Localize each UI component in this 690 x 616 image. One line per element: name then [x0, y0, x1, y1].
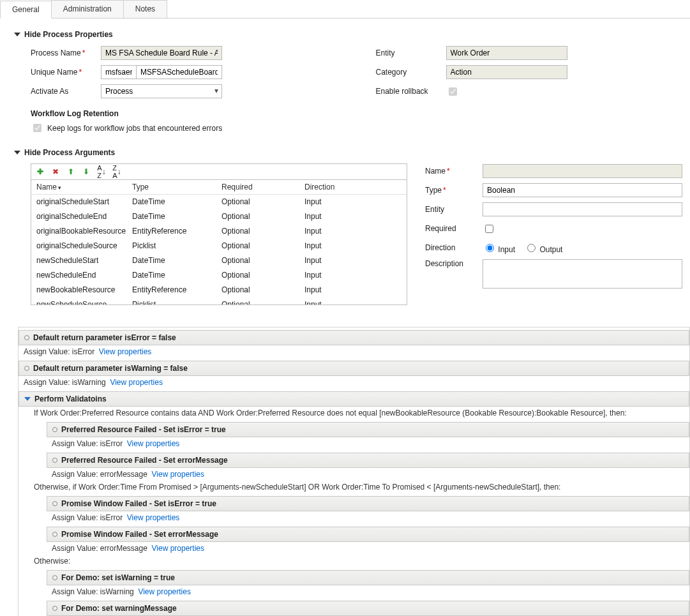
view-properties-link[interactable]: View properties	[110, 378, 163, 387]
cell-name: newScheduleEnd	[36, 271, 132, 280]
cell-name: originalScheduleStart	[36, 197, 132, 206]
step-title: Perform Validatoins	[34, 394, 107, 403]
cell-required: Optional	[221, 256, 304, 265]
cell-name: originalScheduleSource	[36, 241, 132, 250]
table-row[interactable]: originalBookableResourceEntityReferenceO…	[31, 224, 407, 239]
arg-entity-field[interactable]	[483, 202, 682, 216]
arg-direction-output-radio[interactable]	[527, 244, 536, 252]
view-properties-link[interactable]: View properties	[152, 544, 205, 553]
steps-designer: Default return parameter isError = false…	[18, 327, 690, 616]
tab-administration[interactable]: Administration	[51, 0, 124, 18]
cell-direction: Input	[304, 197, 381, 206]
table-row[interactable]: originalScheduleEndDateTimeOptionalInput	[31, 209, 407, 224]
bullet-icon	[52, 532, 57, 537]
process-name-field[interactable]	[101, 46, 222, 60]
arg-entity-label: Entity	[425, 205, 483, 214]
tabs: General Administration Notes	[0, 0, 690, 19]
cell-type: Picklist	[132, 241, 221, 250]
keep-logs-label: Keep logs for workflow jobs that encount…	[47, 124, 222, 133]
chevron-down-icon	[14, 151, 20, 154]
col-required[interactable]: Required	[221, 183, 304, 192]
table-row[interactable]: newBookableResourceEntityReferenceOption…	[31, 283, 407, 297]
cell-type: EntityReference	[132, 285, 221, 294]
condition-text: Otherwise:	[19, 555, 689, 567]
arg-description-field[interactable]	[483, 259, 682, 289]
step-assign-line: Assign Value: isError View properties	[47, 437, 689, 450]
cell-required: Optional	[221, 241, 304, 250]
step-header[interactable]: Default return parameter isWarning = fal…	[19, 361, 689, 376]
chevron-down-icon	[24, 397, 31, 401]
bullet-icon	[24, 366, 29, 371]
arguments-grid: ✚ ✖ ⬆ ⬇ AZ↓ ZA↓ Name▾ Type Required Dire…	[31, 163, 407, 305]
step-title: Promise Window Failed - Set errorMessage	[61, 530, 218, 539]
activate-as-select[interactable]: Process	[101, 84, 222, 98]
workflow-log-retention-header: Workflow Log Retention	[31, 109, 682, 118]
col-name[interactable]: Name▾	[36, 183, 132, 192]
section-process-arguments[interactable]: Hide Process Arguments	[14, 148, 682, 157]
step-header[interactable]: Perform Validatoins	[19, 391, 689, 407]
cell-direction: Input	[304, 227, 381, 236]
unique-name-field[interactable]	[136, 65, 222, 79]
entity-field	[446, 46, 567, 60]
view-properties-link[interactable]: View properties	[138, 587, 191, 596]
move-down-icon[interactable]: ⬇	[81, 167, 91, 177]
cell-type: DateTime	[132, 197, 221, 206]
step-header[interactable]: Promise Window Failed - Set errorMessage	[47, 527, 689, 542]
cell-type: DateTime	[132, 212, 221, 221]
enable-rollback-checkbox	[449, 87, 457, 96]
cell-direction: Input	[304, 271, 381, 280]
cell-type: DateTime	[132, 256, 221, 265]
bullet-icon	[52, 458, 57, 463]
table-row[interactable]: newScheduleSourcePicklistOptionalInput	[31, 297, 407, 304]
step-assign-line: Assign Value: errorMessage View properti…	[47, 468, 689, 481]
step-title: For Demo: set isWarning = true	[61, 573, 175, 582]
arg-type-label: Type*	[425, 186, 483, 195]
step-header[interactable]: Promise Window Failed - Set isError = tr…	[47, 496, 689, 511]
arg-description-label: Description	[425, 259, 483, 268]
step-assign-line: Assign Value: isError View properties	[19, 345, 689, 358]
step-header[interactable]: Preferred Resource Failed - Set isError …	[47, 422, 689, 437]
table-row[interactable]: originalScheduleStartDateTimeOptionalInp…	[31, 195, 407, 209]
arg-direction-label: Direction	[425, 243, 483, 252]
step-title: Preferred Resource Failed - Set errorMes…	[61, 456, 228, 465]
step-header[interactable]: Default return parameter isError = false	[19, 330, 689, 345]
arg-type-field[interactable]	[483, 183, 682, 197]
section-process-properties[interactable]: Hide Process Properties	[14, 30, 682, 39]
view-properties-link[interactable]: View properties	[127, 513, 180, 522]
category-field	[446, 65, 567, 79]
step-header[interactable]: For Demo: set isWarning = true	[47, 570, 689, 585]
tab-notes[interactable]: Notes	[123, 0, 167, 18]
tab-general[interactable]: General	[0, 1, 52, 19]
step-header[interactable]: Preferred Resource Failed - Set errorMes…	[47, 453, 689, 468]
table-row[interactable]: newScheduleEndDateTimeOptionalInput	[31, 268, 407, 283]
bullet-icon	[52, 606, 57, 611]
section-title: Hide Process Properties	[24, 30, 113, 39]
table-row[interactable]: newScheduleStartDateTimeOptionalInput	[31, 253, 407, 268]
add-icon[interactable]: ✚	[35, 167, 45, 177]
arg-direction-input-radio[interactable]	[486, 244, 494, 252]
move-up-icon[interactable]: ⬆	[66, 167, 76, 177]
cell-name: newScheduleSource	[36, 300, 132, 304]
cell-required: Optional	[221, 271, 304, 280]
view-properties-link[interactable]: View properties	[127, 439, 180, 448]
col-type[interactable]: Type	[132, 183, 221, 192]
keep-logs-checkbox	[33, 124, 41, 132]
arg-direction-input-label: Input	[498, 245, 515, 254]
col-direction[interactable]: Direction	[304, 183, 381, 192]
unique-name-prefix[interactable]	[101, 65, 136, 79]
step-title: Default return parameter isError = false	[33, 333, 176, 342]
cell-required: Optional	[221, 285, 304, 294]
step-assign-line: Assign Value: errorMessage View properti…	[47, 542, 689, 555]
view-properties-link[interactable]: View properties	[152, 470, 205, 479]
sort-desc-icon[interactable]: ZA↓	[112, 167, 122, 177]
step-assign-line: Assign Value: isWarning View properties	[19, 376, 689, 389]
delete-icon[interactable]: ✖	[50, 167, 61, 177]
arg-name-field[interactable]	[483, 164, 682, 178]
table-row[interactable]: originalScheduleSourcePicklistOptionalIn…	[31, 239, 407, 253]
view-properties-link[interactable]: View properties	[99, 347, 152, 356]
category-label: Category	[376, 68, 446, 77]
arg-required-checkbox[interactable]	[485, 225, 493, 233]
sort-asc-icon[interactable]: AZ↓	[96, 167, 107, 177]
cell-name: originalScheduleEnd	[36, 212, 132, 221]
step-header[interactable]: For Demo: set warningMessage	[47, 601, 689, 616]
